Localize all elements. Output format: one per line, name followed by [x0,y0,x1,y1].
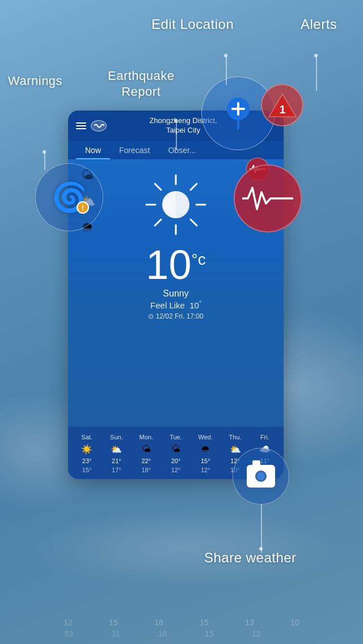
earthquake-circle[interactable] [234,164,302,232]
share-line [261,505,262,553]
date-time: ⊙ 12/02 Fri. 17:00 [148,312,203,320]
forecast-day-2: Mon. 🌤 22° 18° [132,434,161,473]
svg-line-7 [155,219,161,226]
alerts-dot [314,54,318,57]
warnings-dot [43,150,46,154]
reflection-numbers-2: 53 31 18 15 12 [45,629,318,638]
svg-text:1: 1 [279,103,285,116]
svg-line-6 [191,184,197,190]
forecast-day-1: Sun. ⛅ 21° 17° [102,434,130,473]
edit-location-dot [224,54,227,57]
horizon-arc [68,393,284,427]
tab-now[interactable]: Now [76,141,110,159]
wave-icon [91,120,107,132]
alerts-badge-circle[interactable]: 1 [261,84,303,126]
temperature-display: 10°c [146,244,205,285]
forecast-day-3: Tue. 🌤 20° 12° [162,434,190,473]
svg-point-12 [236,129,240,132]
edit-location-line [226,57,227,85]
svg-line-4 [155,184,161,190]
weather-condition: Sunny [163,289,188,299]
forecast-day-4: Wed. 🌧 15° 12° [191,434,220,473]
alerts-line [316,57,317,91]
sun-icon [142,171,210,239]
feels-like: Feel Like 10° [150,300,201,310]
share-dot [259,547,263,550]
warning-badge: ! [77,201,89,214]
menu-button[interactable] [76,122,86,129]
tab-forecast[interactable]: Forecast [110,141,159,159]
camera-lens [255,471,267,482]
forecast-day-0: Sat. ☀️ 23° 15° [73,434,101,473]
camera-icon [247,465,275,488]
tab-observations[interactable]: Obser... [159,141,205,159]
earthquake-dot [174,119,178,122]
earthquake-line [176,122,177,150]
top-bar-left [76,120,107,132]
reflection-numbers: 12 15 18 15 13 10 [45,618,318,627]
warnings-line [44,153,45,170]
svg-line-5 [191,219,197,226]
share-weather-button[interactable] [233,448,289,505]
warnings-circle[interactable]: 🌀 ! [35,163,103,231]
